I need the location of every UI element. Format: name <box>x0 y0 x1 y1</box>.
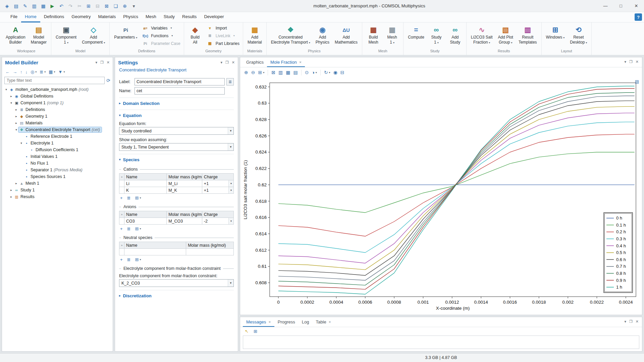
help-button[interactable]: ? <box>635 13 642 21</box>
float-panel-icon[interactable]: ❐ <box>629 319 633 324</box>
float-panel-icon[interactable]: ❐ <box>225 60 229 65</box>
ribbon-import-button[interactable]: ▼Import <box>206 25 239 31</box>
cut-icon[interactable]: ✂ <box>76 3 83 9</box>
label-options-button[interactable]: ≣ <box>226 78 234 85</box>
ribbon-add-mathematics-button[interactable]: ΔUAddMathematics <box>332 23 360 49</box>
plot-data-icon[interactable]: ▤ <box>292 70 299 75</box>
menu-home[interactable]: Home <box>21 12 40 22</box>
ribbon-functions-button[interactable]: f(x)Functions▾ <box>142 33 180 39</box>
equation-form-dropdown[interactable]: Study controlled ▼ <box>119 127 234 135</box>
menu-file[interactable]: File <box>7 12 21 22</box>
equation-header[interactable]: ▾ Equation <box>119 112 234 119</box>
ribbon-li2co3-salt-fraction-button[interactable]: ∿Li2CO3 SaltFraction▾ <box>469 23 495 49</box>
cell-cations-0[interactable]: K <box>124 187 167 194</box>
ribbon-add-component-button[interactable]: ◇AddComponent▾ <box>79 23 107 49</box>
collapse-options-icon[interactable]: ≣▾ <box>39 69 47 74</box>
menu-geometry[interactable]: Geometry <box>68 12 94 22</box>
ribbon-add-study-button[interactable]: ∞AddStudy <box>446 23 464 49</box>
ribbon-variables-button[interactable]: a=Variables▾ <box>142 25 180 31</box>
more-menu-icon[interactable]: ▾ <box>95 60 97 65</box>
tree-node-component-1[interactable]: ▾▣Component 1(comp 1) <box>2 100 113 106</box>
load-table-icon[interactable]: ⊞▾ <box>134 226 142 231</box>
more-menu-icon[interactable]: ▾ <box>624 60 626 64</box>
plot-canvas[interactable]: ▤ 00.00020.00040.00060.00080.0010.00120.… <box>240 77 642 315</box>
filter-funnel-icon[interactable]: ▼▾ <box>57 69 66 74</box>
move-down-icon[interactable]: ↓ <box>24 69 29 74</box>
lock-axes-icon[interactable]: ⊙ <box>304 70 310 75</box>
cell-neutral-species-0[interactable] <box>124 249 186 255</box>
expanded-arrow-icon[interactable]: ▾ <box>19 141 23 145</box>
graphics-tab-graphics[interactable]: Graphics <box>243 57 267 67</box>
close-panel-icon[interactable]: ✕ <box>636 60 639 64</box>
ribbon-application-builder-button[interactable]: AApplicationBuilder <box>3 23 28 49</box>
load-table-icon[interactable]: ⊞▾ <box>134 257 142 262</box>
ribbon-build-mesh-button[interactable]: ▦BuildMesh <box>364 23 382 49</box>
zoom-search-icon[interactable]: ⊕ <box>122 3 128 9</box>
forward-icon[interactable]: → <box>12 69 18 74</box>
refresh-plot-icon[interactable]: ↻▾ <box>323 70 331 75</box>
expanded-arrow-icon[interactable]: ▾ <box>14 128 18 131</box>
tree-node-separator-1[interactable]: ▪Separator 1(Porous Media) <box>2 167 113 173</box>
collapsed-arrow-icon[interactable]: ▸ <box>14 182 18 185</box>
menu-study[interactable]: Study <box>160 12 178 22</box>
plot-menu-icon[interactable]: ▤ <box>635 79 639 84</box>
messages-tab-messages[interactable]: Messages✕ <box>243 317 274 327</box>
axis-limits-icon[interactable]: ▥ <box>277 70 284 75</box>
compact-history-icon[interactable]: ▦ <box>40 3 46 9</box>
ribbon-model-manager-button[interactable]: ▤ModelManager <box>29 23 49 49</box>
zoom-box-icon[interactable]: ⊞▾ <box>257 70 265 75</box>
close-tab-icon[interactable]: ✕ <box>268 320 271 324</box>
tree-node-concentrated-electrolyte-transport[interactable]: ▾❖Concentrated Electrolyte Transport(cet… <box>2 126 113 133</box>
show-options-icon[interactable]: ◎▾ <box>30 69 38 74</box>
tree-node-no-flux-1[interactable]: ▪No Flux 1 <box>2 160 113 167</box>
ribbon-windows-button[interactable]: ⊞Windows▾ <box>544 23 567 49</box>
messages-tab-progress[interactable]: Progress <box>274 317 299 327</box>
load-table-icon[interactable]: ⊞▾ <box>134 195 142 200</box>
tree-node-global-definitions[interactable]: ▸◉Global Definitions <box>2 93 113 100</box>
ribbon-add-physics-button[interactable]: ◉AddPhysics <box>313 23 332 49</box>
tree-node-root[interactable]: ▾◈molten_carbonate_transport.mph(root) <box>2 86 113 93</box>
cell-charge[interactable]: -2▾ <box>202 218 233 225</box>
more-menu-icon[interactable]: ▾ <box>220 60 222 65</box>
cell-anions-1[interactable]: M_CO3 <box>167 218 202 225</box>
edit-icon[interactable]: ✎ <box>22 3 28 9</box>
redo-icon[interactable]: ↷ <box>67 3 73 9</box>
discretization-header[interactable]: ▸ Discretization <box>119 292 234 299</box>
close-button[interactable]: ✕ <box>629 0 644 12</box>
paste-icon[interactable]: ⊟ <box>95 3 101 9</box>
ribbon-result-templates-button[interactable]: ▥ResultTemplates <box>516 23 539 49</box>
tree-node-species-sources-1[interactable]: ▪Species Sources 1 <box>2 173 113 180</box>
ribbon-parameter-case-button[interactable]: PiParameter Case <box>142 40 180 47</box>
copy-log-icon[interactable]: ⊞ <box>253 329 258 334</box>
tree-node-definitions[interactable]: ▸≣Definitions <box>2 106 113 113</box>
close-panel-icon[interactable]: ✕ <box>232 60 235 65</box>
save-icon[interactable]: ▥ <box>31 3 37 9</box>
menu-materials[interactable]: Materials <box>94 12 119 22</box>
customize-toolbar-icon[interactable]: ▾ <box>131 3 137 9</box>
edit-rows-icon[interactable]: ≣ <box>126 226 132 231</box>
cell-cations-0[interactable]: Li <box>124 180 167 187</box>
graphics-tab-mole-fraction[interactable]: Mole Fraction✕ <box>267 57 305 67</box>
close-tab-icon[interactable]: ✕ <box>299 61 302 64</box>
move-up-icon[interactable]: ↑ <box>19 69 23 74</box>
comsol-logo-icon[interactable]: ◈ <box>4 3 10 9</box>
run-icon[interactable]: ▶ <box>49 3 55 9</box>
cell-anions-0[interactable]: CO3 <box>124 218 167 225</box>
close-panel-icon[interactable]: ✕ <box>636 319 639 324</box>
zoom-extents-icon[interactable]: ⊠ <box>270 70 276 75</box>
ribbon-parameters-button[interactable]: PiParameters▾ <box>112 23 140 49</box>
menu-developer[interactable]: Developer <box>200 12 227 22</box>
tree-node-results[interactable]: ▸▥Results <box>2 193 113 200</box>
windows-icon[interactable]: ❏ <box>113 3 119 9</box>
menu-results[interactable]: Results <box>178 12 200 22</box>
tree-node-study-1[interactable]: ▸∞Study 1 <box>2 187 113 193</box>
collapsed-arrow-icon[interactable]: ▸ <box>14 121 18 125</box>
tree-node-mesh-1[interactable]: ▸▲Mesh 1 <box>2 180 113 187</box>
cell-cations-1[interactable]: M_Li <box>167 180 202 187</box>
ribbon-mesh-1-button[interactable]: ▦Mesh1▾ <box>383 23 401 49</box>
undo-icon[interactable]: ↶ <box>58 3 64 9</box>
ribbon-add-material-button[interactable]: ▦AddMaterial <box>245 23 264 49</box>
tree-node-initial-values-1[interactable]: ▪Initial Values 1 <box>2 153 113 160</box>
zoom-in-icon[interactable]: ⊕ <box>243 70 249 75</box>
pointer-icon[interactable]: ↖ <box>244 329 250 334</box>
